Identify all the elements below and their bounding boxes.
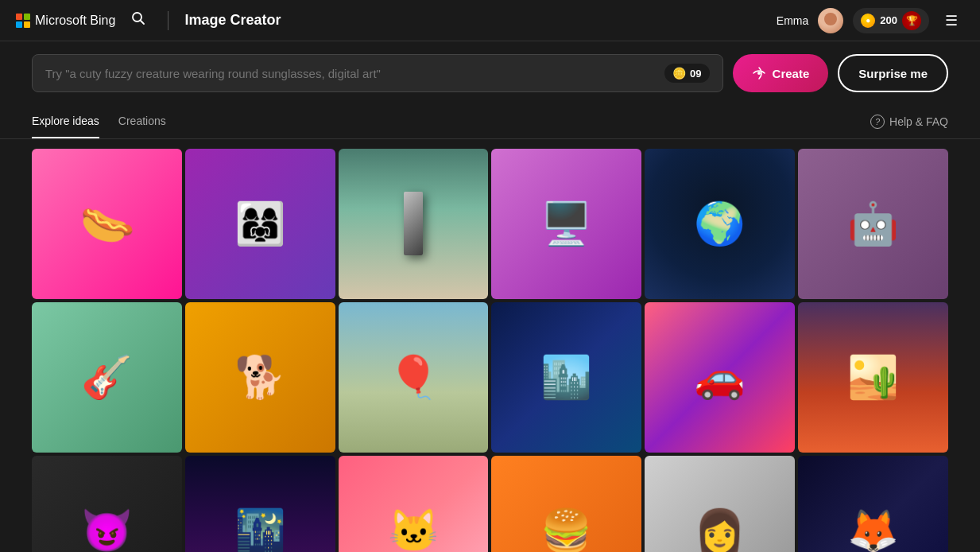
surprise-button[interactable]: Surprise me bbox=[838, 54, 948, 92]
search-row: 🪙 09 Create Surprise me bbox=[32, 54, 948, 92]
image-cell-lucky-cat[interactable] bbox=[339, 456, 489, 552]
help-icon: ? bbox=[870, 115, 885, 129]
header: Microsoft Bing Image Creator Emma ● 200 … bbox=[0, 0, 980, 41]
svg-line-1 bbox=[141, 21, 145, 25]
bing-logo[interactable]: Microsoft Bing bbox=[16, 14, 115, 28]
image-cell-monolith[interactable] bbox=[339, 149, 489, 299]
coin-count-inline: 🪙 09 bbox=[664, 64, 709, 83]
user-avatar[interactable] bbox=[818, 8, 843, 33]
tab-creations[interactable]: Creations bbox=[118, 105, 166, 138]
header-left: Microsoft Bing Image Creator bbox=[16, 8, 281, 33]
image-cell-shiba[interactable] bbox=[185, 302, 335, 453]
coin-inline-icon: 🪙 bbox=[672, 67, 686, 80]
tabs-left: Explore ideas Creations bbox=[32, 105, 185, 138]
points-badge[interactable]: ● 200 🏆 bbox=[853, 8, 929, 33]
help-faq[interactable]: ? Help & FAQ bbox=[870, 115, 948, 129]
image-cell-delorean[interactable] bbox=[645, 302, 795, 453]
search-input[interactable] bbox=[45, 67, 664, 80]
bing-logo-text: Microsoft Bing bbox=[35, 14, 115, 28]
header-right: Emma ● 200 🏆 ☰ bbox=[777, 8, 964, 33]
image-grid bbox=[0, 139, 980, 552]
tabs-section: Explore ideas Creations ? Help & FAQ bbox=[0, 105, 980, 139]
app-title: Image Creator bbox=[184, 12, 281, 29]
image-cell-burger[interactable] bbox=[491, 456, 641, 552]
svg-point-2 bbox=[757, 72, 761, 75]
image-cell-space-dog[interactable] bbox=[798, 456, 948, 552]
image-cell-robot-speaker[interactable] bbox=[798, 149, 948, 299]
image-cell-city-night[interactable] bbox=[185, 456, 335, 552]
bing-logo-grid bbox=[16, 14, 30, 28]
search-icon-button[interactable] bbox=[125, 8, 152, 33]
image-cell-computer[interactable] bbox=[491, 149, 641, 299]
image-cell-portrait[interactable] bbox=[645, 456, 795, 552]
image-cell-city[interactable] bbox=[491, 302, 641, 453]
image-cell-robot-balloon[interactable] bbox=[339, 302, 489, 453]
user-name: Emma bbox=[777, 14, 808, 27]
image-cell-earth[interactable] bbox=[645, 149, 795, 299]
points-count: 200 bbox=[880, 14, 897, 26]
coin-icon: ● bbox=[861, 14, 875, 28]
image-cell-girls[interactable] bbox=[185, 149, 335, 299]
image-cell-guitar[interactable] bbox=[32, 302, 182, 453]
tab-explore[interactable]: Explore ideas bbox=[32, 105, 99, 138]
search-icon bbox=[131, 11, 145, 25]
search-bar-section: 🪙 09 Create Surprise me bbox=[0, 41, 980, 105]
coin-inline-num: 09 bbox=[690, 68, 701, 80]
image-cell-hotdog[interactable] bbox=[32, 149, 182, 299]
image-cell-desert-figure[interactable] bbox=[798, 302, 948, 453]
create-label: Create bbox=[773, 67, 810, 80]
trophy-icon: 🏆 bbox=[902, 11, 921, 30]
header-divider bbox=[168, 11, 168, 30]
create-button[interactable]: Create bbox=[733, 54, 829, 92]
create-icon bbox=[752, 66, 766, 80]
image-cell-mask[interactable] bbox=[32, 456, 182, 552]
menu-button[interactable]: ☰ bbox=[939, 9, 964, 33]
search-input-wrapper[interactable]: 🪙 09 bbox=[32, 54, 723, 92]
surprise-label: Surprise me bbox=[858, 67, 928, 80]
help-label: Help & FAQ bbox=[889, 115, 948, 128]
